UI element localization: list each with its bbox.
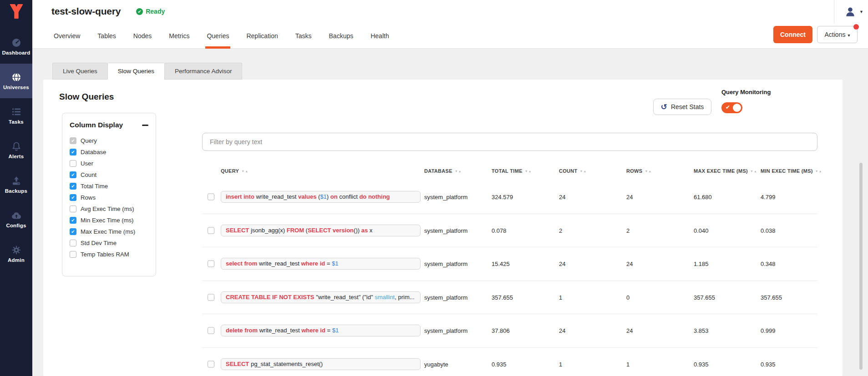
query-cell[interactable]: SELECT jsonb_agg(x) FROM (SELECT version… xyxy=(221,225,421,236)
query-cell[interactable]: insert into write_read_test values ($1) … xyxy=(221,191,421,203)
query-monitoring-toggle[interactable] xyxy=(721,102,742,113)
cell-database: system_platform xyxy=(424,261,467,267)
query-token: values xyxy=(298,193,316,200)
column-header-label: MAX EXEC TIME (MS) xyxy=(694,168,748,174)
status-text: Ready xyxy=(146,8,165,15)
dashboard-icon xyxy=(11,37,22,48)
column-header-rows[interactable]: ROWS▼▲ xyxy=(626,165,652,177)
column-header-label: DATABASE xyxy=(424,168,452,174)
query-token: where id xyxy=(301,327,325,334)
checkbox[interactable] xyxy=(70,228,76,235)
tab-tables[interactable]: Tables xyxy=(89,23,124,49)
tab-nodes[interactable]: Nodes xyxy=(125,23,160,49)
query-token: FROM xyxy=(287,227,304,234)
column-option-rows[interactable]: Rows xyxy=(70,192,148,203)
column-option-database[interactable]: Database xyxy=(70,146,148,158)
checkbox xyxy=(70,137,76,144)
row-checkbox[interactable] xyxy=(208,361,214,368)
column-header-count[interactable]: COUNT▼▲ xyxy=(559,165,587,177)
vertical-scrollbar[interactable] xyxy=(859,163,863,370)
subtab-performance-advisor[interactable]: Performance Advisor xyxy=(164,63,242,80)
sidebar-item-universes[interactable]: Universes xyxy=(0,64,32,98)
sidebar-item-admin[interactable]: Admin xyxy=(0,236,32,271)
connect-button[interactable]: Connect xyxy=(773,26,812,43)
query-token: "write_read_test" ("id" xyxy=(315,294,375,301)
query-cell[interactable]: CREATE TABLE IF NOT EXISTS "write_read_t… xyxy=(221,291,421,303)
column-option-count[interactable]: Count xyxy=(70,169,148,180)
cell-max-exec-time: 3.853 xyxy=(694,327,709,334)
tab-overview[interactable]: Overview xyxy=(45,23,89,49)
sort-icon: ▼▲ xyxy=(241,170,249,173)
sort-icon: ▼▲ xyxy=(645,170,652,173)
query-cell[interactable]: SELECT pg_stat_statements_reset() xyxy=(221,358,421,370)
query-token: do nothing xyxy=(359,193,390,200)
row-checkbox[interactable] xyxy=(208,194,214,201)
yugabyte-logo-icon[interactable] xyxy=(0,0,32,29)
query-token: jsonb_agg(x) xyxy=(249,227,286,234)
checkbox[interactable] xyxy=(70,240,76,246)
row-checkbox[interactable] xyxy=(208,261,214,267)
sidebar-item-backups[interactable]: Backups xyxy=(0,167,32,202)
actions-button[interactable]: Actions▾ xyxy=(817,26,858,43)
checkbox[interactable] xyxy=(70,217,76,224)
sidebar-item-tasks[interactable]: Tasks xyxy=(0,98,32,133)
column-option-user[interactable]: User xyxy=(70,158,148,169)
tab-queries[interactable]: Queries xyxy=(198,23,238,49)
cell-database: yugabyte xyxy=(424,361,448,368)
tab-health[interactable]: Health xyxy=(362,23,397,49)
tab-metrics[interactable]: Metrics xyxy=(160,23,198,49)
checkbox[interactable] xyxy=(70,160,76,167)
checkbox[interactable] xyxy=(70,251,76,258)
tab-backups[interactable]: Backups xyxy=(320,23,362,49)
tab-tasks[interactable]: Tasks xyxy=(287,23,320,49)
checkbox[interactable] xyxy=(70,171,76,178)
column-options: QueryDatabaseUserCountTotal TimeRowsAvg … xyxy=(70,135,148,260)
collapse-icon[interactable] xyxy=(142,125,148,126)
column-option-std-dev-time[interactable]: Std Dev Time xyxy=(70,237,148,249)
table-header: QUERY▼▲DATABASE▼▲TOTAL TIME▼▲COUNT▼▲ROWS… xyxy=(202,165,817,177)
column-header-database[interactable]: DATABASE▼▲ xyxy=(424,165,462,177)
subtab-slow-queries[interactable]: Slow Queries xyxy=(107,63,164,80)
query-cell[interactable]: delete from write_read_test where id = $… xyxy=(221,325,421,336)
table-row: select from write_read_test where id = $… xyxy=(202,247,817,281)
column-option-query[interactable]: Query xyxy=(70,135,148,146)
cell-database: system_platform xyxy=(424,227,467,234)
row-checkbox[interactable] xyxy=(208,294,214,301)
tab-replication[interactable]: Replication xyxy=(238,23,286,49)
cell-rows: 1 xyxy=(626,361,629,368)
column-option-avg-exec-time-ms[interactable]: Avg Exec Time (ms) xyxy=(70,203,148,215)
column-header-min-exec-time-ms[interactable]: MIN EXEC TIME (MS)▼▲ xyxy=(761,165,822,177)
column-option-min-exec-time-ms[interactable]: Min Exec Time (ms) xyxy=(70,215,148,226)
reset-stats-button[interactable]: ↺ Reset Stats xyxy=(653,99,711,115)
query-filter-input[interactable] xyxy=(202,133,817,151)
checkbox[interactable] xyxy=(70,183,76,190)
column-header-query[interactable]: QUERY▼▲ xyxy=(221,165,249,177)
row-checkbox[interactable] xyxy=(208,227,214,234)
column-option-max-exec-time-ms[interactable]: Max Exec Time (ms) xyxy=(70,226,148,237)
sidebar-item-alerts[interactable]: Alerts xyxy=(0,133,32,167)
query-token: ( xyxy=(304,227,308,234)
cell-min-exec-time: 0.999 xyxy=(761,327,776,334)
query-token: SELECT xyxy=(226,361,249,367)
query-token: pg_stat_statements_reset() xyxy=(249,361,323,367)
cell-min-exec-time: 0.348 xyxy=(761,261,776,267)
cell-rows: 24 xyxy=(626,327,633,334)
subtab-live-queries[interactable]: Live Queries xyxy=(52,63,107,80)
user-menu[interactable]: ▼ xyxy=(834,0,868,24)
query-cell[interactable]: select from write_read_test where id = $… xyxy=(221,258,421,270)
cell-max-exec-time: 357.655 xyxy=(694,294,715,301)
column-header-total-time[interactable]: TOTAL TIME▼▲ xyxy=(492,165,532,177)
column-option-temp-tables-ram[interactable]: Temp Tables RAM xyxy=(70,249,148,260)
checkbox[interactable] xyxy=(70,194,76,201)
checkbox[interactable] xyxy=(70,149,76,155)
sidebar-item-configs[interactable]: Configs xyxy=(0,202,32,236)
row-checkbox[interactable] xyxy=(208,327,214,334)
sidebar-item-dashboard[interactable]: Dashboard xyxy=(0,29,32,64)
backups-icon xyxy=(11,175,22,186)
query-token: $1 xyxy=(332,327,339,334)
column-display-panel: Column Display QueryDatabaseUserCountTot… xyxy=(62,113,156,276)
cell-count: 1 xyxy=(559,294,562,301)
column-option-total-time[interactable]: Total Time xyxy=(70,180,148,192)
column-header-max-exec-time-ms[interactable]: MAX EXEC TIME (MS)▼▲ xyxy=(694,165,757,177)
checkbox[interactable] xyxy=(70,206,76,212)
